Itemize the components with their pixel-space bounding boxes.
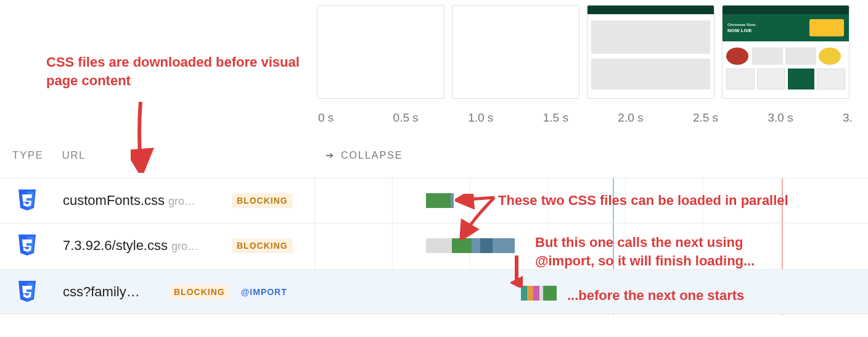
request-url: 7.3.92.6/style.css: [63, 238, 168, 254]
filmstrip[interactable]: Christmas Slots NOW LIVE: [314, 2, 852, 101]
time-tick: 2.5 s: [693, 111, 768, 125]
column-url-header[interactable]: URL: [62, 149, 86, 162]
css-icon: [17, 189, 37, 212]
import-badge: @IMPORT: [236, 285, 292, 299]
request-url-domain: gro…: [168, 195, 195, 208]
time-tick: 2.0 s: [618, 111, 693, 125]
column-type-header[interactable]: TYPE: [12, 149, 43, 162]
annotation-arrow-icon: [455, 194, 498, 240]
annotation-import: But this one calls the next using @impor…: [535, 233, 755, 270]
request-url-domain: gro…: [171, 240, 199, 253]
request-url: css?family…: [63, 284, 140, 300]
filmstrip-thumb[interactable]: [452, 5, 579, 99]
arrow-right-icon: ➔: [326, 149, 335, 161]
time-tick: 1.0 s: [468, 111, 543, 125]
waterfall-bar[interactable]: [426, 238, 515, 253]
annotation-arrow-down-icon: [510, 256, 523, 288]
time-tick: 0 s: [318, 111, 393, 125]
css-icon: [17, 281, 37, 303]
annotation-before-next: ...before the next one starts: [567, 286, 744, 305]
annotation-top: CSS files are downloaded before visual p…: [46, 53, 308, 89]
blocking-badge: BLOCKING: [169, 285, 230, 299]
time-tick: 1.5 s: [543, 111, 618, 125]
waterfall-bar[interactable]: [426, 193, 454, 208]
time-tick: 3.0 s: [768, 111, 843, 125]
filmstrip-thumb[interactable]: [587, 5, 714, 99]
time-axis[interactable]: 0 s 0.5 s 1.0 s 1.5 s 2.0 s 2.5 s 3.0 s …: [318, 111, 861, 125]
filmstrip-thumb[interactable]: Christmas Slots NOW LIVE: [722, 5, 850, 99]
arrow-down-icon: [131, 102, 155, 173]
request-url: customFonts.css: [63, 193, 165, 209]
blocking-badge: BLOCKING: [232, 238, 293, 253]
collapse-button[interactable]: ➔ COLLAPSE: [326, 149, 403, 161]
time-tick: 0.5 s: [393, 111, 469, 125]
filmstrip-thumb[interactable]: [317, 5, 444, 99]
annotation-parallel: These two CSS files can be loaded in par…: [498, 191, 788, 210]
blocking-badge: BLOCKING: [232, 193, 293, 208]
waterfall-bar[interactable]: [521, 286, 557, 301]
css-icon: [17, 235, 37, 257]
time-tick: 3.: [843, 111, 861, 125]
